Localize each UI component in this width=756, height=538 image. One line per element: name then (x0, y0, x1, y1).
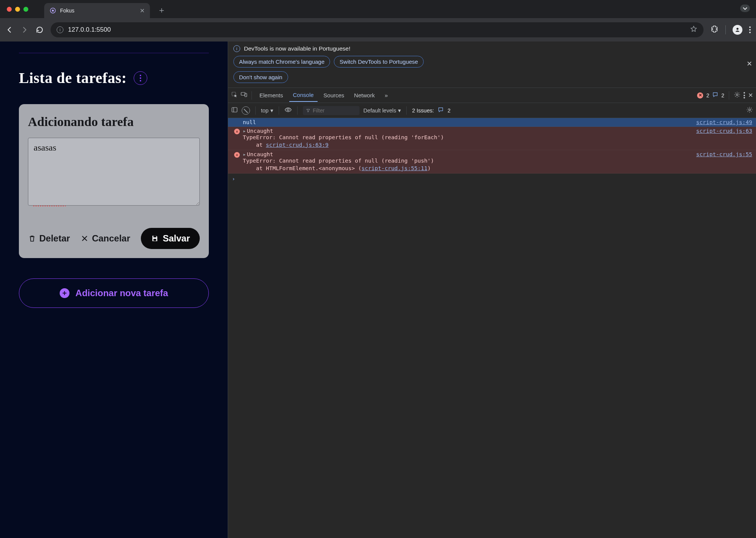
svg-point-3 (736, 28, 738, 30)
expand-icon[interactable]: ▸ (243, 128, 246, 134)
tab-more-icon[interactable]: » (381, 89, 392, 101)
plus-circle-icon: + (60, 288, 69, 298)
levels-label: Default levels (363, 108, 396, 114)
clear-console-icon[interactable] (242, 106, 250, 115)
console-log-row[interactable]: null script-crud.js:49 (228, 118, 756, 127)
toggle-drawer-icon[interactable] (231, 106, 238, 114)
error-icon: ✕ (234, 152, 240, 158)
error-head: Uncaught (247, 151, 273, 157)
stack-link[interactable]: script-crud.js:63:9 (266, 142, 329, 148)
site-info-icon[interactable]: i (57, 26, 63, 33)
add-task-card: Adicionando tarefa Deletar Cancelar (19, 104, 209, 258)
profile-avatar-icon[interactable] (733, 25, 742, 35)
console-settings-icon[interactable] (746, 106, 753, 114)
svg-rect-5 (153, 239, 156, 241)
devtools-close-icon[interactable]: ✕ (748, 92, 753, 99)
new-tab-button[interactable]: ＋ (157, 5, 166, 16)
chip-dont-show[interactable]: Don't show again (233, 71, 288, 83)
reload-button[interactable] (35, 26, 44, 34)
devtools-tabs: Elements Console Sources Network » ✕ 2 2… (228, 88, 756, 103)
console-error-row[interactable]: ✕ ▸Uncaught script-crud.js:55 TypeError:… (228, 150, 756, 174)
device-toggle-icon[interactable] (240, 91, 248, 99)
filter-box[interactable] (303, 106, 359, 115)
info-icon: i (233, 45, 240, 52)
inspect-icon[interactable] (231, 91, 238, 99)
address-bar[interactable]: i 127.0.0.1:5500 (51, 22, 704, 37)
devtools-menu-icon[interactable] (744, 92, 745, 98)
stack-prefix: at (243, 142, 266, 148)
live-expression-icon[interactable] (284, 107, 292, 114)
forward-button[interactable] (20, 26, 29, 34)
close-window-icon[interactable] (7, 7, 12, 12)
infobar-text: DevTools is now available in Portuguese! (244, 45, 350, 52)
svg-point-13 (749, 109, 751, 111)
browser-right-icons (710, 25, 751, 35)
divider (19, 53, 209, 53)
devtools-settings-icon[interactable] (734, 91, 741, 99)
issues-icon[interactable] (438, 107, 444, 114)
add-task-button[interactable]: + Adicionar nova tarefa (19, 278, 209, 308)
tab-favicon-icon (49, 7, 56, 14)
filter-icon (306, 108, 310, 113)
error-badge-icon[interactable]: ✕ (697, 92, 703, 98)
browser-tab[interactable]: Fokus ✕ (44, 3, 150, 18)
devtools-infobar: i DevTools is now available in Portugues… (228, 42, 756, 88)
svg-point-9 (736, 94, 738, 96)
filter-input[interactable] (313, 108, 356, 114)
cancel-label: Cancelar (92, 233, 130, 244)
svg-point-12 (287, 109, 289, 111)
task-textarea[interactable] (28, 138, 200, 206)
issues-count: 2 (447, 108, 451, 114)
error-message: TypeError: Cannot read properties of nul… (243, 158, 434, 164)
cancel-button[interactable]: Cancelar (80, 233, 130, 244)
tab-elements[interactable]: Elements (256, 89, 287, 101)
app-pane: Lista de tarefas: Adicionando tarefa Del… (0, 42, 228, 538)
error-source-link[interactable]: script-crud.js:55 (696, 151, 752, 157)
back-button[interactable] (5, 26, 14, 34)
navigation-bar: i 127.0.0.1:5500 (0, 18, 756, 42)
delete-label: Deletar (39, 233, 70, 244)
log-source-link[interactable]: script-crud.js:49 (696, 119, 752, 125)
error-icon: ✕ (234, 129, 240, 134)
stack-link[interactable]: script-crud.js:55:11 (361, 165, 427, 171)
error-message: TypeError: Cannot read properties of nul… (243, 134, 444, 140)
message-icon[interactable] (712, 92, 718, 99)
log-levels-selector[interactable]: Default levels ▾ (363, 108, 401, 114)
add-task-label: Adicionar nova tarefa (76, 288, 168, 298)
browser-chrome: Fokus ✕ ＋ i 127.0.0.1:5500 (0, 0, 756, 42)
error-source-link[interactable]: script-crud.js:63 (696, 128, 752, 134)
tab-console[interactable]: Console (289, 89, 318, 102)
tab-network[interactable]: Network (350, 89, 379, 101)
chip-switch-portuguese[interactable]: Switch DevTools to Portuguese (334, 56, 424, 68)
close-icon (80, 234, 89, 243)
console-error-row[interactable]: ✕ ▸Uncaught script-crud.js:63 TypeError:… (228, 127, 756, 150)
error-count: 2 (706, 92, 709, 98)
bookmark-icon[interactable] (690, 25, 697, 35)
tab-sources[interactable]: Sources (320, 89, 348, 101)
save-button[interactable]: Salvar (141, 228, 200, 249)
log-text: null (243, 119, 256, 125)
save-label: Salvar (163, 233, 190, 244)
chip-always-match[interactable]: Always match Chrome's language (233, 56, 330, 68)
expand-icon[interactable]: ▸ (243, 151, 246, 157)
console-toolbar: top ▾ Default levels ▾ 2 Issues: 2 (228, 103, 756, 118)
delete-button[interactable]: Deletar (28, 233, 70, 244)
chevron-down-icon: ▾ (398, 108, 401, 114)
tab-overflow-button[interactable] (740, 5, 750, 14)
divider (725, 25, 726, 34)
minimize-window-icon[interactable] (15, 7, 20, 12)
save-icon (151, 234, 159, 243)
svg-rect-2 (740, 5, 750, 12)
extensions-icon[interactable] (710, 25, 719, 35)
context-selector[interactable]: top ▾ (261, 108, 273, 114)
window-controls (7, 7, 28, 12)
console-output[interactable]: null script-crud.js:49 ✕ ▸Uncaught scrip… (228, 118, 756, 538)
browser-menu-icon[interactable] (749, 26, 751, 33)
console-prompt[interactable]: › (228, 174, 756, 184)
close-tab-icon[interactable]: ✕ (140, 7, 145, 14)
chevron-down-icon: ▾ (270, 108, 273, 114)
infobar-close-icon[interactable]: ✕ (747, 60, 752, 68)
maximize-window-icon[interactable] (23, 7, 28, 12)
devtools-pane: i DevTools is now available in Portugues… (228, 42, 756, 538)
tasks-menu-button[interactable] (134, 71, 147, 85)
